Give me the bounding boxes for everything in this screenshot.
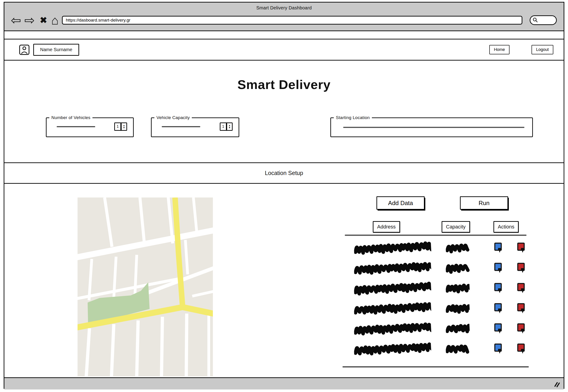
starting-location-input[interactable]	[343, 127, 525, 128]
address-scribble	[354, 342, 431, 356]
user-name-field[interactable]: Name Surname	[33, 44, 79, 56]
table-footer-rule	[343, 366, 529, 367]
blue-action-button[interactable]	[494, 303, 502, 314]
forward-icon[interactable]: ⇨	[24, 14, 35, 27]
table-row	[345, 238, 528, 258]
blue-action-button[interactable]	[494, 323, 502, 334]
table-row	[345, 258, 528, 278]
capacity-scribble	[446, 262, 470, 274]
column-header-capacity: Capacity	[442, 221, 470, 233]
run-button[interactable]: Run	[460, 196, 508, 210]
back-icon[interactable]: ⇦	[11, 14, 21, 27]
table-row	[345, 298, 528, 318]
page-title: Smart Delivery	[4, 61, 564, 92]
capacity-scribble	[446, 302, 470, 315]
number-of-vehicles-fieldset: Number of Vehicles 1 ▲ ▼	[46, 115, 134, 137]
content-area: Add Data Run Address Capacity Actions	[4, 184, 564, 377]
capacity-spinner-arrows[interactable]: ▲ ▼	[227, 123, 233, 131]
blue-action-button[interactable]	[494, 242, 502, 253]
table-row	[345, 278, 528, 298]
add-data-button[interactable]: Add Data	[376, 196, 425, 210]
vehicles-spinner-arrows[interactable]: ▲ ▼	[121, 123, 127, 131]
section-title: Location Setup	[265, 170, 303, 176]
spinner-down-icon[interactable]: ▼	[228, 127, 231, 129]
capacity-scribble	[446, 322, 470, 335]
setup-panel: Smart Delivery Number of Vehicles 1 ▲ ▼ …	[4, 61, 564, 163]
table-rows	[345, 238, 528, 362]
capacity-slider[interactable]	[162, 126, 200, 127]
vehicle-capacity-fieldset: Vehicle Capacity 1 ▲ ▼	[151, 115, 239, 137]
red-action-button[interactable]	[517, 303, 525, 314]
red-action-button[interactable]	[517, 283, 525, 294]
address-scribble	[354, 281, 431, 295]
resize-handle-icon[interactable]	[554, 381, 560, 388]
address-scribble	[354, 241, 431, 255]
vehicles-slider[interactable]	[57, 126, 95, 127]
user-header: Name Surname Home Logout	[4, 40, 564, 61]
capacity-value[interactable]: 1	[220, 123, 227, 131]
table-row	[345, 338, 528, 359]
blue-action-button[interactable]	[494, 283, 502, 294]
logout-button[interactable]: Logout	[531, 45, 553, 54]
browser-window: Smart Delivery Dashboard ⇦ ⇨ ✖ ⌂ Name Su…	[4, 2, 564, 389]
vehicles-spinner[interactable]: 1 ▲ ▼	[114, 123, 127, 131]
stop-icon[interactable]: ✖	[40, 14, 47, 27]
capacity-scribble	[446, 241, 470, 254]
search-field[interactable]	[530, 15, 557, 25]
red-action-button[interactable]	[517, 343, 525, 354]
vehicle-capacity-label: Vehicle Capacity	[154, 115, 192, 120]
chrome-gap	[4, 31, 564, 40]
red-action-button[interactable]	[517, 242, 525, 253]
location-setup-band: Location Setup	[4, 163, 564, 184]
capacity-scribble	[446, 342, 470, 355]
capacity-scribble	[446, 282, 470, 294]
blue-action-button[interactable]	[494, 262, 502, 273]
address-scribble	[354, 261, 431, 275]
search-icon	[532, 17, 538, 23]
url-input[interactable]	[62, 16, 522, 25]
home-icon[interactable]: ⌂	[51, 14, 59, 27]
browser-titlebar: Smart Delivery Dashboard ⇦ ⇨ ✖ ⌂	[4, 2, 564, 31]
blue-action-button[interactable]	[494, 343, 502, 354]
red-action-button[interactable]	[517, 262, 525, 273]
spinner-down-icon[interactable]: ▼	[123, 127, 125, 129]
table-header-rule	[345, 235, 526, 236]
browser-toolbar: ⇦ ⇨ ✖ ⌂	[11, 13, 560, 27]
starting-location-label: Starting Location	[334, 115, 372, 120]
red-action-button[interactable]	[517, 323, 525, 334]
user-avatar-icon[interactable]	[19, 44, 30, 55]
number-of-vehicles-label: Number of Vehicles	[49, 115, 92, 120]
capacity-spinner[interactable]: 1 ▲ ▼	[220, 123, 233, 131]
window-title: Smart Delivery Dashboard	[4, 2, 564, 11]
starting-location-fieldset: Starting Location	[330, 115, 533, 137]
vehicles-value[interactable]: 1	[114, 123, 121, 131]
home-button[interactable]: Home	[489, 45, 510, 54]
address-scribble	[354, 321, 431, 336]
table-row	[345, 318, 528, 338]
column-header-address: Address	[373, 221, 400, 233]
column-header-actions: Actions	[493, 221, 519, 233]
address-scribble	[354, 301, 431, 315]
status-bar	[4, 377, 564, 390]
map[interactable]	[78, 197, 213, 376]
